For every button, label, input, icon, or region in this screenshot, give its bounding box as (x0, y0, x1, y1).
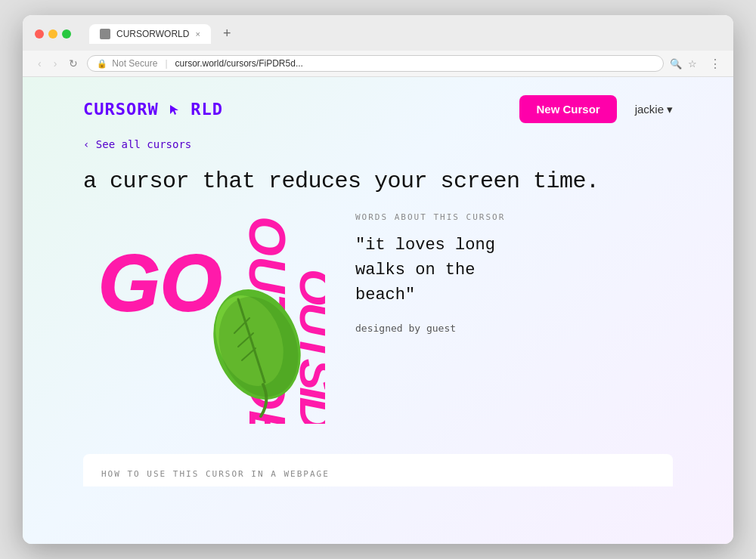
page-title: a cursor that reduces your screen time. (23, 162, 733, 212)
traffic-lights (35, 29, 71, 39)
user-name: jackie (635, 103, 664, 116)
bookmark-icon[interactable]: ☆ (688, 58, 697, 69)
tab-title: CURSORWORLD (116, 29, 189, 39)
words-panel: WORDS ABOUT THIS CURSOR "it loves long w… (355, 212, 673, 334)
cursor-illustration: GO OUTSIDE OU (83, 212, 325, 424)
address-input[interactable]: 🔒 Not Secure | cursor.world/cursors/FiPD… (87, 55, 664, 72)
bottom-section: HOW TO USE THIS CURSOR IN A WEBPAGE (83, 454, 673, 486)
active-tab[interactable]: CURSORWORLD × (89, 24, 211, 44)
svg-marker-0 (170, 105, 178, 115)
how-to-use-label: HOW TO USE THIS CURSOR IN A WEBPAGE (101, 469, 655, 479)
site-logo: CURSORW RLD (83, 100, 223, 119)
words-about-label: WORDS ABOUT THIS CURSOR (355, 212, 673, 222)
minimize-button[interactable] (48, 29, 57, 39)
tab-favicon (100, 29, 110, 39)
new-cursor-button[interactable]: New Cursor (519, 95, 616, 123)
tab-close-button[interactable]: × (195, 29, 200, 39)
forward-nav-button[interactable]: › (51, 56, 60, 71)
refresh-nav-button[interactable]: ↻ (66, 56, 81, 71)
tab-bar: CURSORWORLD × + (89, 23, 721, 45)
svg-text:OUTSIDE: OUTSIDE (290, 269, 326, 424)
address-bar: ‹ › ↻ 🔒 Not Secure | cursor.world/cursor… (23, 51, 733, 77)
svg-text:GO: GO (98, 239, 222, 327)
back-link[interactable]: ‹ See all cursors (23, 138, 733, 162)
user-dropdown-icon: ▾ (667, 103, 673, 116)
logo-cursor-icon (168, 103, 181, 117)
address-icons: 🔍 ☆ (670, 58, 697, 69)
new-tab-button[interactable]: + (217, 23, 237, 45)
main-content: GO OUTSIDE OU (23, 212, 733, 446)
maximize-button[interactable] (62, 29, 71, 39)
security-label: Not Secure (112, 58, 157, 69)
words-quote: "it loves long walks on the beach" (355, 233, 673, 307)
search-icon[interactable]: 🔍 (670, 58, 682, 69)
browser-window: CURSORWORLD × + ‹ › ↻ 🔒 Not Secure | cur… (23, 15, 733, 544)
site-nav: CURSORW RLD New Cursor jackie ▾ (23, 77, 733, 138)
nav-right: New Cursor jackie ▾ (519, 95, 673, 123)
close-button[interactable] (35, 29, 44, 39)
go-outside-svg: GO OUTSIDE OU (83, 212, 325, 424)
browser-menu-button[interactable]: ⋮ (709, 57, 721, 71)
user-menu[interactable]: jackie ▾ (635, 103, 673, 116)
page-content: CURSORW RLD New Cursor jackie ▾ ‹ See al… (23, 77, 733, 544)
back-nav-button[interactable]: ‹ (35, 56, 45, 71)
designer-credit: designed by guest (355, 323, 673, 334)
security-icon: 🔒 (97, 59, 107, 69)
url-text: cursor.world/cursors/FiPDR5d... (175, 58, 303, 69)
title-bar: CURSORWORLD × + (23, 15, 733, 51)
